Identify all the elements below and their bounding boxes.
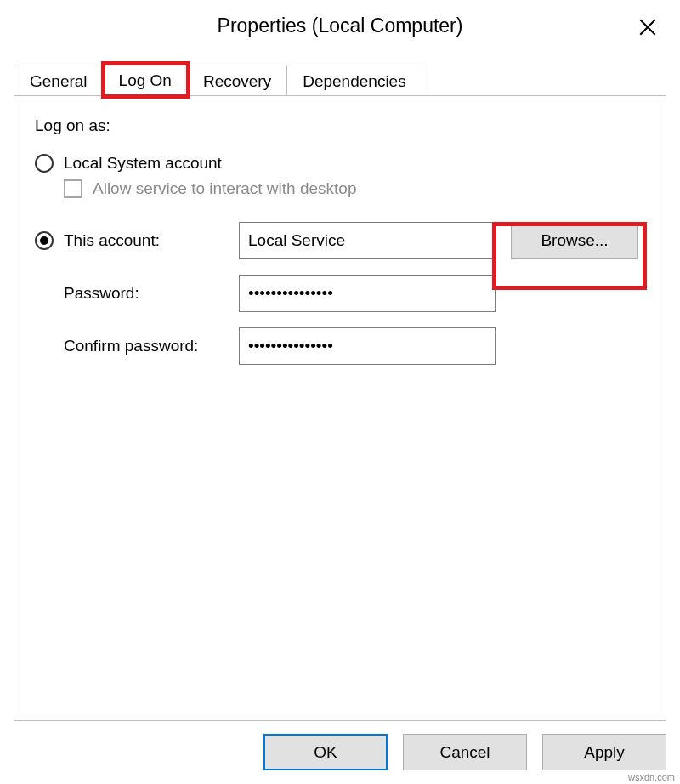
radio-local-system[interactable] [35,154,54,173]
row-this-account: This account: Browse... [35,222,645,259]
ok-button[interactable]: OK [264,734,388,770]
close-icon [639,19,656,36]
tab-general[interactable]: General [14,65,104,96]
tab-recovery[interactable]: Recovery [188,65,287,96]
titlebar: Properties (Local Computer) [0,0,680,51]
close-button[interactable] [632,12,663,43]
properties-dialog: Properties (Local Computer) General Log … [0,0,680,784]
row-confirm-password: Confirm password: [35,327,645,365]
allow-interact-row: Allow service to interact with desktop [64,179,645,198]
this-account-group: This account: Browse... Password: Confir… [35,222,645,365]
password-input[interactable] [239,275,496,312]
radio-this-account[interactable] [35,231,54,250]
tab-dependencies[interactable]: Dependencies [287,65,422,96]
dialog-content: General Log On Recovery Dependencies Log… [14,53,666,723]
local-system-label: Local System account [64,154,222,173]
row-password: Password: [35,275,645,312]
watermark: wsxdn.com [628,772,675,782]
tab-bar: General Log On Recovery Dependencies [14,53,666,95]
confirm-password-label: Confirm password: [35,337,239,355]
tab-panel-log-on: Log on as: Local System account Allow se… [14,95,666,721]
allow-interact-label: Allow service to interact with desktop [93,179,356,198]
radio-row-local-system[interactable]: Local System account [35,154,645,173]
apply-button[interactable]: Apply [542,734,666,770]
confirm-password-input[interactable] [239,327,496,365]
cancel-button[interactable]: Cancel [403,734,527,770]
logon-as-label: Log on as: [35,116,645,135]
dialog-button-bar: OK Cancel Apply [14,734,666,770]
checkbox-allow-interact [64,179,82,198]
this-account-label: This account: [64,231,160,250]
password-label: Password: [35,284,239,303]
tab-log-on[interactable]: Log On [104,64,188,96]
window-title: Properties (Local Computer) [218,14,463,37]
browse-button[interactable]: Browse... [511,222,638,259]
this-account-input[interactable] [239,222,496,259]
